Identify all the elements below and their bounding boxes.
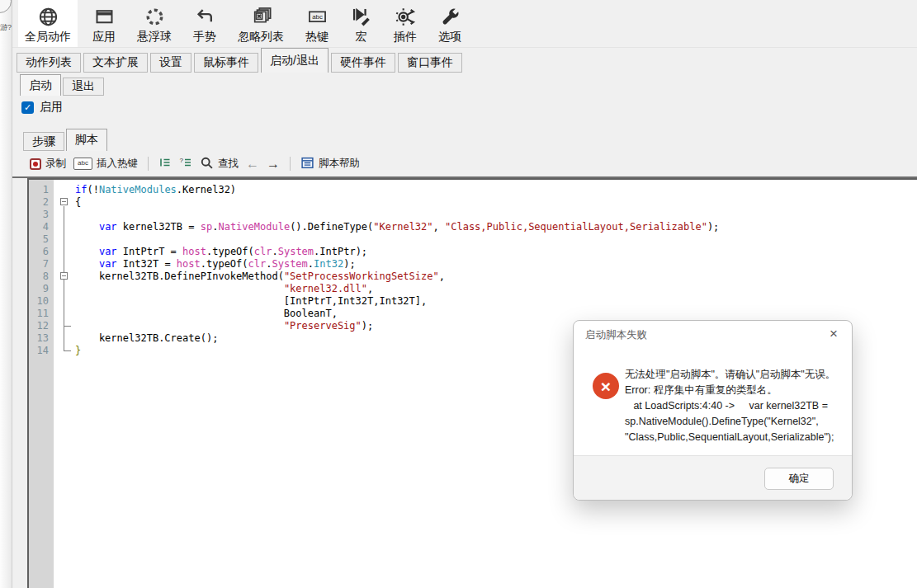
code-token: . [272,246,277,257]
background-window-edge: 游? [0,0,12,588]
search-icon [200,156,214,172]
fold-collapse-box[interactable] [60,272,68,280]
top-toolbar-item-globe[interactable]: 全局动作 [18,0,78,47]
code-line: "kernel32.dll", [75,283,917,295]
error-dialog: 启动脚本失败 × × 无法处理"启动脚本"。请确认"启动脚本"无误。Error:… [573,320,853,501]
top-toolbar-item-label: 应用 [92,30,116,44]
main-tab-4[interactable]: 启动/退出 [261,48,329,73]
close-icon[interactable]: × [824,324,844,344]
toolbar-separator [290,157,291,171]
ok-button[interactable]: 确定 [764,468,834,490]
code-token: Int32 [314,258,343,270]
code-token: "SetProcessWorkingSetSize" [284,270,439,282]
code-token: ().DefineType( [290,221,373,233]
code-token: "Kernel32" [373,221,433,233]
top-toolbar-item-label: 插件 [394,30,417,44]
code-line: if(!NativeModules.Kernel32) [75,184,917,196]
code-token: , [433,221,445,233]
insert-hotkey-button[interactable]: abc 插入热键 [73,157,138,171]
code-token: { [75,196,81,208]
code-token: System [278,246,314,257]
top-toolbar-item-app-window[interactable]: 应用 [86,0,122,47]
code-token: kernel32TB.Create(); [75,332,218,344]
dialog-title: 启动脚本失败 [585,328,647,342]
dialog-message-line: 无法处理"启动脚本"。请确认"启动脚本"无误。 [625,367,846,383]
sub-tab-1[interactable]: 退出 [63,78,104,96]
code-token: "kernel32.dll" [284,283,367,294]
main-tab-6[interactable]: 窗口事件 [398,53,462,73]
dialog-message-line: at LoadScripts:4:40 -> var kernel32TB = [625,398,846,414]
code-fold-margin[interactable] [54,180,75,588]
code-token: [IntPtrT,Int32T,Int32T], [75,295,427,307]
app-window-icon [93,4,116,30]
code-token: IntPtrT = [117,246,182,257]
code-token: System [272,258,307,270]
top-toolbar-item-options-wrench[interactable]: 选项 [432,0,468,47]
code-token: ); [362,320,373,332]
top-toolbar-item-macro[interactable]: 宏 [343,0,379,47]
code-token: } [75,345,81,356]
code-line: [IntPtrT,Int32T,Int32T], [75,295,917,308]
code-token: kernel32TB.DefinePInvokeMethod( [75,270,284,282]
find-button[interactable]: 查找 [200,156,239,172]
code-token: NativeModule [218,221,290,233]
fold-corner [64,350,71,351]
main-tab-0[interactable]: 动作列表 [17,53,81,73]
hotkey-abc-icon: abc [306,4,329,30]
record-button[interactable]: 录制 [30,157,66,171]
main-tab-1[interactable]: 文本扩展 [83,53,148,73]
editor-tab-0[interactable]: 步骤 [23,132,64,151]
line-number: 10 [29,295,49,308]
navigate-forward-button[interactable]: → [267,157,280,172]
line-number: 3 [29,209,49,221]
main-tab-3[interactable]: 鼠标事件 [194,53,258,73]
code-token: ); [707,221,719,233]
line-number: 2 [29,196,49,209]
format-lines-button[interactable] [158,156,172,172]
code-token: var [99,258,117,270]
code-token: .Kernel32) [177,184,236,195]
code-line: var IntPtrT = host.typeOf(clr.System.Int… [75,246,917,258]
code-token: . [308,258,314,270]
dialog-message-line: "Class,Public,SequentialLayout,Serializa… [625,430,846,445]
line-number: 7 [29,258,49,270]
code-token: (! [87,184,98,195]
code-token: sp [201,221,212,233]
background-circle-shape [0,0,12,13]
line-number: 1 [29,184,49,196]
top-toolbar-item-ignore-list[interactable]: 忽略列表 [231,0,291,47]
format-lines-alt-button[interactable]: ? [179,156,192,172]
record-icon [30,158,41,170]
editor-tab-1[interactable]: 脚本 [66,129,107,151]
abc-box-icon: abc [73,158,92,170]
code-token: .IntPtr); [314,246,367,257]
code-token: ); [343,258,355,270]
enable-checkbox[interactable]: ✓ [21,101,34,114]
script-help-button[interactable]: 脚本帮助 [300,156,360,172]
error-x-icon: × [593,373,619,399]
navigate-back-button[interactable]: ← [246,157,259,172]
top-toolbar-item-label: 忽略列表 [238,30,284,44]
top-toolbar-item-label: 全局动作 [25,30,71,44]
top-toolbar-item-plugin[interactable]: 插件 [387,0,423,47]
sub-tab-0[interactable]: 启动 [20,74,61,96]
code-token: clr [248,258,267,270]
svg-text:?: ? [180,157,184,164]
top-toolbar-item-label: 悬浮球 [137,30,172,44]
line-number: 5 [29,233,49,246]
code-line: { [75,196,917,209]
code-token: clr [254,246,272,257]
top-toolbar-item-label: 宏 [356,30,367,44]
top-toolbar-item-hotkey-abc[interactable]: abc热键 [299,0,335,47]
fold-collapse-box[interactable] [60,198,68,205]
enable-checkbox-label: 启用 [40,100,63,115]
top-toolbar-item-label: 手势 [193,30,216,44]
code-token: "PreserveSig" [284,320,362,332]
main-tab-2[interactable]: 设置 [150,53,191,73]
background-partial-text: 游? [0,22,12,33]
code-token: BooleanT, [75,308,338,319]
main-tab-5[interactable]: 硬件事件 [331,53,395,73]
top-toolbar-item-gesture-arrow[interactable]: 手势 [187,0,223,47]
top-toolbar-item-label: 热键 [305,30,329,44]
top-toolbar-item-floating-ball[interactable]: 悬浮球 [130,0,178,47]
